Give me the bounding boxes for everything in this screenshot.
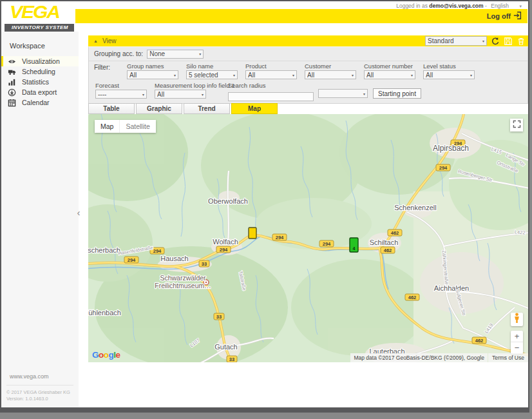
svg-text:33: 33	[202, 261, 207, 267]
chevron-down-icon: ▾	[202, 92, 204, 97]
filter-group-names-select[interactable]: All▾	[127, 70, 178, 79]
sidebar: Workspace Visualization Scheduling Stati…	[1, 32, 79, 407]
svg-text:294: 294	[323, 241, 331, 247]
chevron-down-icon: ▾	[482, 39, 484, 43]
route-badge-462: 462	[381, 247, 395, 253]
language-selector[interactable]: English	[491, 3, 509, 9]
sidebar-item-label: Visualization	[22, 57, 60, 65]
svg-text:33: 33	[216, 314, 222, 320]
tab-trend[interactable]: Trend	[184, 103, 230, 114]
separator: -	[485, 3, 487, 9]
tab-table[interactable]: Table	[88, 103, 135, 114]
satellite-view-button[interactable]: Satellite	[119, 120, 155, 133]
calendar-icon	[8, 99, 16, 107]
map-town-label: Mühlenbach	[88, 309, 121, 317]
map-town-label: Alpirsbach	[433, 144, 469, 153]
sidebar-item-label: Statistics	[22, 78, 49, 86]
sidebar-item-statistics[interactable]: Statistics	[1, 77, 79, 87]
route-badge-33: 33	[199, 260, 209, 267]
svg-text:294: 294	[276, 235, 284, 240]
zoom-in-button[interactable]: +	[511, 331, 523, 342]
zoom-out-button[interactable]: −	[511, 342, 523, 354]
eye-icon	[8, 57, 16, 66]
sidebar-item-label: Data export	[22, 88, 57, 96]
route-badge-294: 294	[319, 240, 334, 247]
filter-silo-name-select[interactable]: 5 selected▾	[186, 70, 238, 79]
filter-customer-number-select[interactable]: All▾	[364, 70, 415, 79]
starting-point-button[interactable]: Starting point	[373, 88, 421, 99]
terms-of-use-link[interactable]: Terms of Use	[488, 353, 528, 362]
attribution-text: Map data ©2017 GeoBasis-DE/BKG (©2009), …	[350, 353, 487, 362]
route-badge-294: 294	[216, 246, 231, 253]
route-badge-462: 462	[405, 294, 419, 300]
poi-freilichtmuseum[interactable]: SchwarzwälderFreilichtmuseum…	[155, 274, 211, 289]
filter-forecast-select[interactable]: ----▾	[95, 90, 147, 99]
filter-level-status-select[interactable]: All▾	[423, 70, 475, 79]
route-badge-294: 294	[124, 257, 138, 263]
silo-marker-1[interactable]: 4	[350, 238, 358, 252]
map-town-label: Aichhalden	[434, 284, 469, 292]
download-icon	[8, 88, 16, 97]
logged-in-text: Logged in as	[396, 3, 428, 9]
route-badge-33: 33	[214, 313, 224, 320]
filter-customer-select[interactable]: All▾	[305, 70, 356, 79]
sidebar-item-data-export[interactable]: Data export	[1, 87, 79, 97]
route-badge-294: 294	[436, 164, 450, 171]
search-radius-label: Search radius	[228, 82, 314, 89]
view-panel-header[interactable]: ▲ View Standard ▾	[88, 35, 528, 46]
street-view-pegman[interactable]	[511, 313, 523, 326]
chevron-down-icon: ▾	[470, 73, 472, 77]
sidebar-item-label: Scheduling	[22, 68, 55, 75]
svg-text:462: 462	[384, 248, 392, 253]
chevron-down-icon: ▾	[199, 52, 201, 56]
sidebar-collapse-button[interactable]: ‹	[74, 205, 83, 220]
search-radius-input[interactable]	[228, 92, 314, 101]
svg-text:294: 294	[153, 248, 162, 254]
truck-icon	[8, 68, 16, 76]
sidebar-item-label: Calendar	[22, 99, 50, 106]
log-off-button[interactable]: Log off	[487, 11, 522, 21]
log-off-exit-icon	[513, 11, 522, 21]
map-type-control: Map Satellite	[95, 120, 156, 133]
map-town-label: Oberwolfach	[208, 197, 248, 205]
collapse-up-icon[interactable]: ▲	[93, 39, 98, 43]
map-town-label: Schenkenzell	[394, 204, 436, 211]
save-view-button[interactable]	[503, 36, 513, 46]
grouping-select[interactable]: None ▾	[147, 50, 204, 59]
fullscreen-button[interactable]	[510, 119, 523, 132]
svg-text:462: 462	[391, 230, 399, 236]
svg-text:Freilichtmuseum…: Freilichtmuseum…	[155, 282, 211, 289]
filter-forecast-label: Forecast	[95, 82, 147, 89]
chevron-down-icon: ▾	[233, 73, 235, 77]
filter-customer-label: Customer	[305, 63, 356, 70]
sidebar-item-visualization[interactable]: Visualization	[1, 56, 79, 66]
filter-measurement-loop-info-field-1-select[interactable]: All▾	[155, 90, 206, 99]
view-panel: ▲ View Standard ▾ Grouping ac	[88, 35, 528, 104]
filter-product-label: Product	[245, 63, 297, 70]
search-radius-unit-select[interactable]: ▾	[318, 89, 368, 98]
map-road-label: L422	[515, 229, 526, 235]
tab-map[interactable]: Map	[231, 103, 278, 114]
tab-graphic[interactable]: Graphic	[136, 103, 182, 114]
google-logo[interactable]: Google	[92, 350, 120, 360]
sidebar-item-scheduling[interactable]: Scheduling	[1, 66, 79, 77]
svg-text:462: 462	[408, 295, 417, 300]
silo-marker-0[interactable]	[249, 228, 256, 239]
vega-website-link[interactable]: www.vega.com	[1, 373, 79, 385]
chevron-down-icon: ▾	[174, 73, 176, 77]
map-zoom-control: + −	[511, 331, 523, 354]
pegman-icon	[513, 313, 520, 326]
filter-measurement-loop-info-field-1-label: Measurement loop info field 1	[155, 82, 206, 89]
filter-product-select[interactable]: All▾	[245, 70, 297, 79]
reset-view-button[interactable]	[490, 36, 500, 46]
sidebar-item-calendar[interactable]: Calendar	[1, 97, 79, 108]
map-view-button[interactable]: Map	[95, 120, 119, 133]
preset-select[interactable]: Standard ▾	[425, 36, 487, 46]
svg-text:33: 33	[229, 356, 234, 362]
map-canvas[interactable]: 294294294294294294294333333462462462462A…	[88, 114, 528, 362]
chevron-down-icon: ▾	[292, 73, 294, 77]
filter-group-names-label: Group names	[127, 63, 178, 70]
fullscreen-icon	[513, 119, 521, 131]
delete-view-button[interactable]	[516, 36, 526, 46]
chevron-down-icon[interactable]: ▾	[519, 4, 522, 8]
